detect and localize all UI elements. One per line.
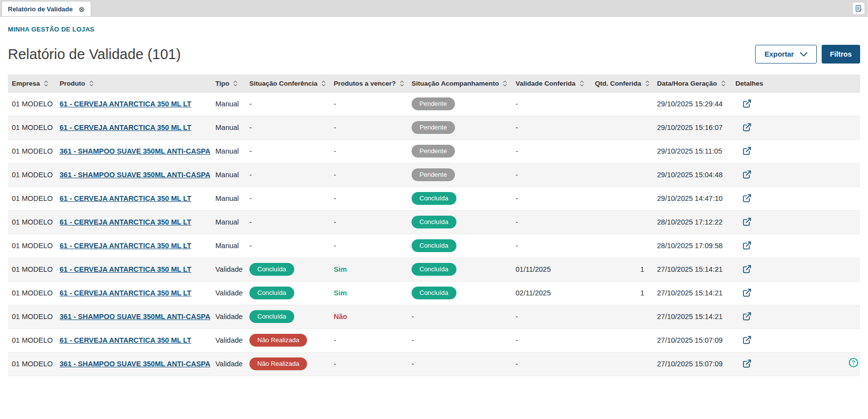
product-link[interactable]: 361 - SHAMPOO SUAVE 350ML ANTI-CASPA [60,147,210,155]
column-header-vencer[interactable]: Produtos a vencer? [330,74,408,92]
situacao-conferencia-cell: - [245,116,330,139]
sort-icon[interactable] [89,80,94,87]
situacao-acompanhamento-cell: Pendente [408,163,512,187]
data-hora-geracao-cell: 27/10/2025 15:07:09 [653,328,731,352]
column-header-detalhes: Detalhes [731,74,860,92]
sort-icon[interactable] [233,80,238,87]
sort-icon[interactable] [580,80,584,87]
open-details-button[interactable] [741,145,753,157]
qtd-conferida-cell [591,92,653,116]
product-link[interactable]: 61 - CERVEJA ANTARCTICA 350 ML LT [60,218,191,226]
tipo-cell: Manual [211,210,245,234]
situacao-conferencia-cell: Concluída [245,305,330,328]
table-row: 01 MODELO61 - CERVEJA ANTARCTICA 350 ML … [8,92,860,116]
validade-conferida-cell: - [512,116,591,139]
situacao-acompanhamento-cell: - [408,352,512,376]
empresa-cell: 01 MODELO [8,116,56,139]
open-details-button[interactable] [741,216,753,227]
qtd-conferida-cell [591,187,653,210]
sort-icon[interactable] [44,80,48,87]
sort-icon[interactable] [503,80,507,87]
qtd-conferida-cell [591,210,653,234]
status-badge: Pendente [412,168,455,181]
header-actions: Exportar Filtros [755,45,860,64]
external-link-icon [742,339,752,346]
column-header-validade[interactable]: Validade Conferida [512,74,591,92]
situacao-conferencia-cell: Concluída [245,281,330,305]
column-header-datahora[interactable]: Data/Hora Geração [653,74,731,92]
data-hora-geracao-cell: 28/10/2025 17:09:58 [653,234,731,258]
product-link[interactable]: 61 - CERVEJA ANTARCTICA 350 ML LT [60,100,191,108]
external-link-icon [742,268,752,275]
table-row: 01 MODELO361 - SHAMPOO SUAVE 350ML ANTI-… [8,352,860,376]
open-details-button[interactable] [741,311,753,322]
column-label: Data/Hora Geração [657,80,717,87]
qtd-conferida-cell [591,352,653,376]
open-details-button[interactable] [741,122,753,133]
external-link-icon [742,102,752,110]
product-link[interactable]: 361 - SHAMPOO SUAVE 350ML ANTI-CASPA [60,313,210,321]
open-details-button[interactable] [741,358,753,369]
sort-icon[interactable] [645,80,650,87]
breadcrumb[interactable]: MINHA GESTÃO DE LOJAS [8,26,95,33]
product-link[interactable]: 61 - CERVEJA ANTARCTICA 350 ML LT [60,124,191,131]
filters-button[interactable]: Filtros [822,45,860,64]
table-row: 01 MODELO61 - CERVEJA ANTARCTICA 350 ML … [8,281,860,305]
column-header-qtd[interactable]: Qtd. Conferida [591,74,653,92]
situacao-acompanhamento-cell: Concluída [408,258,512,281]
empresa-cell: 01 MODELO [8,163,56,187]
help-icon[interactable]: ? [849,358,858,367]
table-row: 01 MODELO61 - CERVEJA ANTARCTICA 350 ML … [8,116,860,139]
empresa-cell: 01 MODELO [8,92,56,116]
data-hora-geracao-cell: 29/10/2025 15:16:07 [653,116,731,139]
form-icon[interactable] [852,2,865,15]
sort-icon[interactable] [400,80,404,87]
tipo-cell: Validade [211,352,245,376]
status-badge: Concluída [412,287,456,299]
qtd-conferida-cell: 1 [591,281,653,305]
product-link[interactable]: 361 - SHAMPOO SUAVE 350ML ANTI-CASPA [60,171,210,179]
product-link[interactable]: 61 - CERVEJA ANTARCTICA 350 ML LT [60,289,191,297]
open-details-button[interactable] [741,98,753,109]
situacao-acompanhamento-cell: Concluída [408,187,512,210]
column-header-conferencia[interactable]: Situação Conferência [245,74,330,92]
open-details-button[interactable] [741,287,753,298]
empresa-cell: 01 MODELO [8,352,56,376]
detalhes-cell [731,139,860,163]
open-details-button[interactable] [741,240,753,251]
open-details-button[interactable] [741,263,753,275]
table-row: 01 MODELO361 - SHAMPOO SUAVE 350ML ANTI-… [8,163,860,187]
open-details-button[interactable] [741,169,753,180]
validade-conferida-cell: 02/11/2025 [512,281,591,305]
detalhes-cell [731,116,860,139]
detalhes-cell [731,281,860,305]
open-details-button[interactable] [741,193,753,204]
data-hora-geracao-cell: 29/10/2025 15:04:48 [653,163,731,187]
external-link-icon [742,244,752,252]
export-button[interactable]: Exportar [755,45,817,64]
tab-relatorio-validade[interactable]: Relatório de Validade ⊗ [1,1,91,16]
sort-icon[interactable] [321,80,326,87]
external-link-icon [742,291,752,299]
detalhes-cell [731,210,860,234]
column-header-empresa[interactable]: Empresa [8,74,56,92]
validade-conferida-cell: - [512,210,591,234]
validade-conferida-cell: 01/11/2025 [512,258,591,281]
product-link[interactable]: 361 - SHAMPOO SUAVE 350ML ANTI-CASPA [60,360,210,368]
product-link[interactable]: 61 - CERVEJA ANTARCTICA 350 ML LT [60,336,191,344]
open-details-button[interactable] [741,334,753,346]
data-hora-geracao-cell: 27/10/2025 15:14:21 [653,305,731,328]
validade-conferida-cell: - [512,187,591,210]
product-link[interactable]: 61 - CERVEJA ANTARCTICA 350 ML LT [60,242,191,250]
situacao-acompanhamento-cell: Pendente [408,139,512,163]
sort-icon[interactable] [721,80,726,87]
status-badge: Concluída [412,216,456,228]
tipo-cell: Manual [211,163,245,187]
column-header-tipo[interactable]: Tipo [211,74,245,92]
product-link[interactable]: 61 - CERVEJA ANTARCTICA 350 ML LT [60,265,191,273]
column-header-produto[interactable]: Produto [56,74,211,92]
tab-close-icon[interactable]: ⊗ [79,5,85,13]
data-hora-geracao-cell: 29/10/2025 15:11:05 [653,139,731,163]
column-header-acompanhamento[interactable]: Situação Acompanhamento [408,74,512,92]
product-link[interactable]: 61 - CERVEJA ANTARCTICA 350 ML LT [60,194,191,202]
